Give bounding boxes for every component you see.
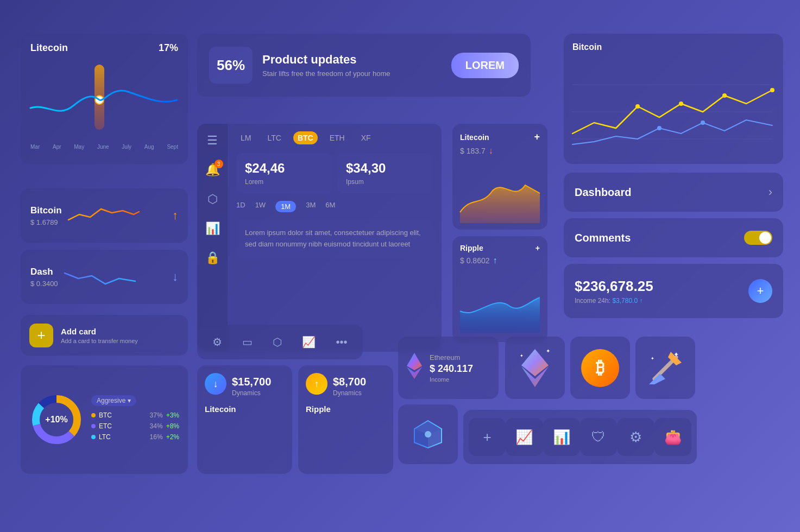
ethereum-info: Ethereum $ 240.117 Income	[430, 353, 473, 383]
tab-xf[interactable]: XF	[357, 131, 375, 144]
litecoin-stat-add[interactable]: +	[534, 131, 540, 143]
bottom-wallet-button[interactable]: 👛	[654, 418, 691, 456]
ripple-stat-header: Ripple +	[460, 244, 540, 252]
ripple-stat-add[interactable]: +	[536, 244, 540, 252]
comments-toggle[interactable]	[744, 231, 772, 245]
litecoin-stat-header: Litecoin +	[460, 131, 540, 143]
time-1w[interactable]: 1W	[255, 201, 266, 212]
btc-icon-card: ₿	[570, 337, 630, 399]
bitcoin-sparkline	[68, 201, 166, 230]
tab-lm[interactable]: LM	[236, 131, 255, 144]
legend-btc: BTC 37% +3%	[91, 411, 179, 419]
bottom-chart-button[interactable]: 📊	[543, 418, 580, 456]
bitcoin-name: Bitcoin	[30, 205, 62, 216]
svg-text:✦: ✦	[546, 348, 550, 354]
bitcoin-chart-title: Bitcoin	[572, 42, 774, 52]
gem-icon[interactable]: ⬡	[273, 335, 282, 349]
bottom-shield-button[interactable]: 🛡	[580, 418, 617, 456]
comments-card: Comments	[564, 218, 783, 257]
bitcoin-chart-card: Bitcoin	[564, 34, 783, 164]
cube-icon[interactable]: ⬡	[207, 192, 218, 206]
bitcoin-line-chart	[572, 58, 772, 161]
add-card-label: Add card	[61, 327, 138, 336]
dash-info: Dash $ 0.3400	[30, 267, 58, 288]
ripple-dyn-info: $8,700 Dynamics	[333, 376, 366, 397]
month-june: June	[97, 144, 109, 150]
add-card-text: Add card Add a card to transfer money	[61, 327, 138, 344]
toolbar-card: ⚙ ▭ ⬡ 📈 •••	[197, 325, 363, 359]
bell-icon[interactable]: 🔔 3	[205, 163, 220, 177]
svg-marker-15	[407, 353, 422, 370]
svg-point-8	[679, 102, 683, 106]
bitcoin-info: Bitcoin $ 1.6789	[30, 205, 62, 226]
time-6m[interactable]: 6M	[325, 201, 335, 212]
income-sublabel: Income 24h: $3,780.0 ↑	[575, 297, 653, 305]
bottom-trend-button[interactable]: 📈	[506, 418, 543, 456]
svg-text:✦: ✦	[673, 351, 679, 358]
month-aug: Aug	[144, 144, 154, 150]
crypto-panel: ☰ 🔔 3 ⬡ 📊 🔒 LM LTC BTC ETH XF $24,46 Lor…	[197, 124, 442, 352]
dashboard-card[interactable]: Dashboard ›	[564, 173, 783, 212]
legend-ltc: LTC 16% +2%	[91, 433, 179, 441]
tab-eth[interactable]: ETH	[325, 131, 349, 144]
svg-point-9	[770, 88, 774, 92]
bitcoin-mini-card: Bitcoin $ 1.6789 ↑	[21, 188, 188, 243]
bitcoin-price: $ 1.6789	[30, 218, 62, 226]
month-mar: Mar	[30, 144, 40, 150]
chart-icon[interactable]: 📊	[205, 221, 220, 236]
svg-point-11	[701, 121, 705, 125]
time-3m[interactable]: 3M	[306, 201, 316, 212]
settings-icon[interactable]: ⚙	[212, 335, 222, 349]
ripple-stat-arrow: ↑	[493, 256, 497, 265]
price-label-2: Ipsum	[346, 178, 424, 186]
bottom-settings-button[interactable]: ⚙	[617, 418, 654, 456]
product-title: Product updates	[262, 53, 390, 67]
price-label-1: Lorem	[245, 178, 323, 186]
svg-point-28	[425, 431, 431, 438]
price-cell-2: $34,30 Ipsum	[337, 153, 433, 193]
month-july: July	[122, 144, 131, 150]
litecoin-stat-price: $ 183.7 ↓	[460, 146, 540, 156]
tab-ltc[interactable]: LTC	[263, 131, 285, 144]
add-card-button[interactable]: +	[29, 324, 53, 347]
litecoin-stat-arrow: ↓	[489, 146, 493, 156]
product-percent-box: 56%	[209, 47, 253, 84]
product-subtitle: Stair lifts free the freedom of ypour ho…	[262, 69, 390, 78]
time-1m[interactable]: 1M	[275, 201, 296, 212]
portfolio-donut: +10%	[29, 392, 84, 447]
lorem-button[interactable]: LOREM	[451, 53, 519, 78]
bottom-add-button[interactable]: +	[469, 418, 506, 456]
litecoin-percent: 17%	[159, 42, 178, 54]
menu-icon[interactable]: ☰	[207, 134, 218, 148]
income-add-button[interactable]: +	[748, 279, 772, 303]
trend-icon[interactable]: 📈	[302, 335, 316, 349]
svg-text:✦: ✦	[520, 353, 524, 358]
ripple-stat-card: Ripple + $ 0.8602 ↑	[452, 236, 547, 342]
income-card: $236,678.25 Income 24h: $3,780.0 ↑ +	[564, 264, 783, 318]
cube-card	[398, 404, 458, 464]
card-icon[interactable]: ▭	[242, 335, 253, 349]
bitcoin-arrow-up: ↑	[172, 208, 178, 223]
time-1d[interactable]: 1D	[236, 201, 245, 212]
portfolio-card: +10% Aggresive ▾ BTC 37% +3% ETC 34% +8%…	[21, 365, 188, 474]
month-apr: Apr	[53, 144, 61, 150]
ripple-mini-chart	[460, 273, 540, 333]
dash-sparkline	[65, 262, 166, 292]
legend-etc: ETC 34% +8%	[91, 422, 179, 430]
time-tabs: 1D 1W 1M 3M 6M	[236, 201, 433, 212]
lock-icon[interactable]: 🔒	[205, 251, 220, 265]
litecoin-dyn-icon: ↓	[205, 373, 226, 395]
ripple-stat-price: $ 0.8602 ↑	[460, 256, 540, 265]
ethereum-price: $ 240.117	[430, 363, 473, 375]
more-icon[interactable]: •••	[336, 336, 347, 349]
ethereum-card: Ethereum $ 240.117 Income	[398, 337, 499, 399]
pick-icon-card: ✦ ✦	[635, 337, 695, 399]
portfolio-legend: Aggresive ▾ BTC 37% +3% ETC 34% +8% LTC …	[91, 395, 179, 444]
tab-btc[interactable]: BTC	[293, 131, 318, 144]
svg-point-10	[657, 126, 662, 130]
eth-icon-card: ✦ ✦	[505, 337, 565, 399]
portfolio-dropdown[interactable]: Aggresive ▾	[91, 395, 136, 406]
crypto-tabs: LM LTC BTC ETH XF	[236, 131, 433, 144]
month-may: May	[74, 144, 84, 150]
dash-arrow-down: ↓	[172, 270, 178, 284]
